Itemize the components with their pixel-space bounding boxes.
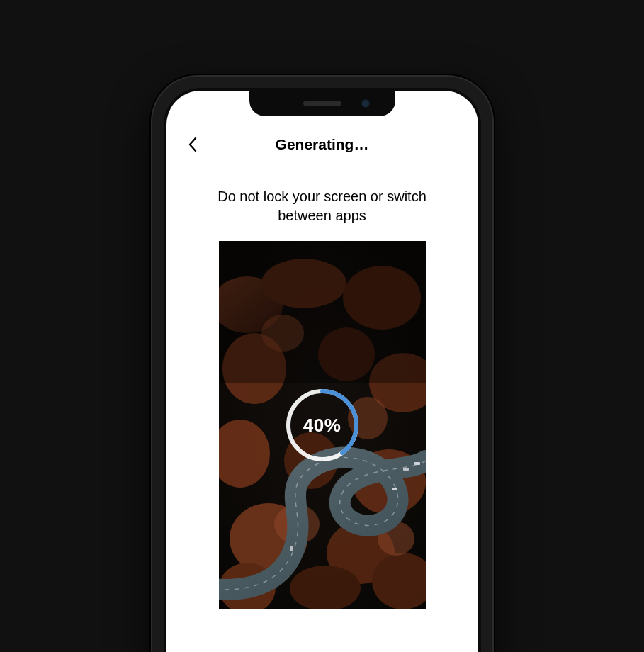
page-title: Generating… [276, 136, 369, 153]
svg-rect-20 [392, 488, 397, 490]
chevron-left-icon [188, 137, 198, 152]
back-button[interactable] [182, 134, 203, 155]
notch-speaker [303, 101, 341, 106]
svg-rect-21 [403, 468, 409, 471]
phone-bezel: Generating… Do not lock your screen or s… [164, 88, 481, 652]
phone-body: Generating… Do not lock your screen or s… [152, 77, 492, 652]
volume-down-button [149, 274, 152, 313]
preview-container: 40% [166, 241, 478, 609]
app-header: Generating… [166, 129, 478, 160]
phone-mockup: Generating… Do not lock your screen or s… [152, 77, 492, 652]
volume-up-button [149, 224, 152, 264]
svg-rect-22 [414, 462, 420, 465]
phone-screen: Generating… Do not lock your screen or s… [166, 91, 478, 652]
progress-label: 40% [283, 386, 361, 464]
preview-image: 40% [219, 241, 426, 609]
instruction-text: Do not lock your screen or switch betwee… [166, 187, 478, 225]
progress-ring: 40% [283, 386, 361, 464]
svg-rect-24 [219, 241, 426, 383]
app-content: Generating… Do not lock your screen or s… [166, 91, 478, 652]
notch-camera [361, 99, 370, 108]
phone-notch [249, 91, 395, 116]
mute-switch [149, 186, 152, 207]
power-button [492, 232, 495, 296]
svg-rect-23 [290, 546, 293, 551]
